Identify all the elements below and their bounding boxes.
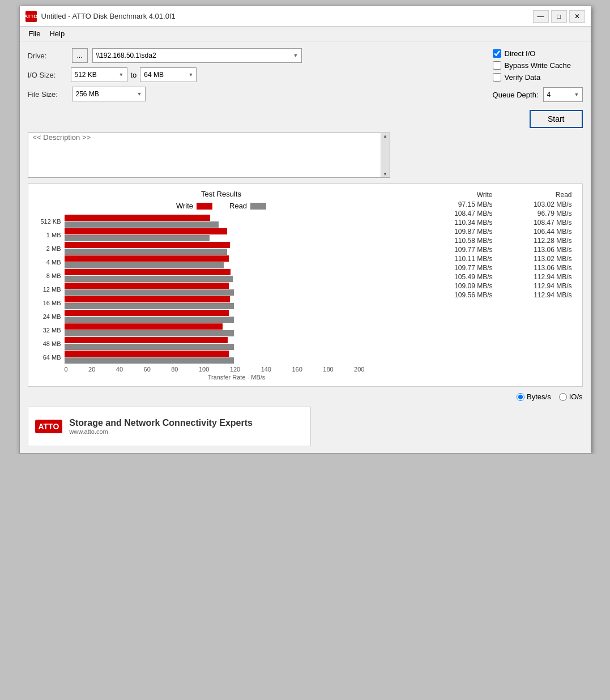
legend-write: Write <box>176 202 212 210</box>
io-size-to-wrapper: 64 MB <box>140 67 197 82</box>
title-bar-buttons: — □ ✕ <box>533 10 585 23</box>
scroll-up-arrow[interactable]: ▲ <box>383 134 387 139</box>
read-value: 112.94 MB/s <box>497 281 577 291</box>
bypass-write-cache-checkbox[interactable] <box>493 61 501 70</box>
drive-select-wrapper: \\192.168.50.1\sda2 <box>92 48 302 63</box>
write-legend-label: Write <box>176 202 193 210</box>
file-size-label: File Size: <box>28 90 67 99</box>
description-scrollbar[interactable]: ▲ ▼ <box>381 133 390 177</box>
bar-row-label: 4 MB <box>34 259 61 266</box>
bar-pair <box>65 337 409 350</box>
file-size-select[interactable]: 256 MB <box>72 87 146 101</box>
read-bar <box>65 262 224 268</box>
results-table: Write Read 97.15 MB/s103.02 MB/s108.47 M… <box>418 190 577 381</box>
write-bar <box>65 255 229 262</box>
write-bar <box>65 242 231 248</box>
read-bar <box>65 249 227 255</box>
write-value: 110.11 MB/s <box>418 254 497 263</box>
io-size-from-select[interactable]: 512 KB <box>71 67 127 82</box>
results-data-table: Write Read 97.15 MB/s103.02 MB/s108.47 M… <box>418 190 577 300</box>
bar-row: 2 MB <box>34 242 409 255</box>
queue-depth-row: Queue Depth: 4 <box>493 87 583 102</box>
read-value: 106.44 MB/s <box>497 227 577 236</box>
queue-depth-wrapper: 4 <box>543 87 583 102</box>
read-value: 112.94 MB/s <box>497 272 577 281</box>
write-bar <box>65 215 211 221</box>
bar-row-label: 8 MB <box>34 272 61 279</box>
direct-io-checkbox[interactable] <box>493 49 501 58</box>
x-axis-tick: 80 <box>171 366 178 373</box>
read-value: 112.28 MB/s <box>497 236 577 245</box>
col-write-header: Write <box>418 190 497 200</box>
bar-pair <box>65 283 409 296</box>
table-row: 109.56 MB/s112.94 MB/s <box>418 291 577 300</box>
browse-button[interactable]: ... <box>72 48 88 63</box>
io-size-from-wrapper: 512 KB <box>71 67 127 82</box>
io-per-s-input[interactable] <box>559 393 567 401</box>
scroll-down-arrow[interactable]: ▼ <box>383 172 387 177</box>
write-bar <box>65 283 229 289</box>
read-bar <box>65 317 234 323</box>
io-size-to-select[interactable]: 64 MB <box>140 67 197 82</box>
read-bar <box>65 303 234 309</box>
results-tbody: 97.15 MB/s103.02 MB/s108.47 MB/s96.79 MB… <box>418 200 577 300</box>
bar-chart: 512 KB1 MB2 MB4 MB8 MB12 MB16 MB24 MB32 … <box>34 215 409 364</box>
write-value: 110.34 MB/s <box>418 218 497 227</box>
window-title: Untitled - ATTO Disk Benchmark 4.01.0f1 <box>41 12 176 20</box>
chart-results-section: Test Results Write Read 512 KB1 MB2 MB4 … <box>28 183 583 387</box>
write-value: 97.15 MB/s <box>418 200 497 209</box>
banner-sub-text: www.atto.com <box>69 428 253 435</box>
x-axis-tick: 120 <box>230 366 240 373</box>
read-bar <box>65 357 234 364</box>
bar-row-label: 2 MB <box>34 245 61 252</box>
read-value: 113.06 MB/s <box>497 263 577 272</box>
menu-bar: File Help <box>20 27 591 41</box>
read-value: 96.79 MB/s <box>497 209 577 218</box>
maximize-button[interactable]: □ <box>551 10 567 23</box>
bar-row: 24 MB <box>34 310 409 323</box>
table-row: 105.49 MB/s112.94 MB/s <box>418 272 577 281</box>
write-bar <box>65 337 228 343</box>
menu-help[interactable]: Help <box>45 28 69 40</box>
read-value: 108.47 MB/s <box>497 218 577 227</box>
read-value: 112.94 MB/s <box>497 291 577 300</box>
bar-pair <box>65 215 409 228</box>
x-axis: 020406080100120140160180200 <box>65 366 365 373</box>
write-value: 109.77 MB/s <box>418 263 497 272</box>
x-axis-tick: 20 <box>88 366 95 373</box>
bar-pair <box>65 310 409 323</box>
drive-select[interactable]: \\192.168.50.1\sda2 <box>92 48 302 63</box>
table-row: 109.87 MB/s106.44 MB/s <box>418 227 577 236</box>
queue-depth-label: Queue Depth: <box>493 91 539 99</box>
bar-pair <box>65 228 409 241</box>
bypass-write-cache-row: Bypass Write Cache <box>493 61 583 70</box>
start-button[interactable]: Start <box>530 110 583 128</box>
table-row: 97.15 MB/s103.02 MB/s <box>418 200 577 209</box>
read-bar <box>65 289 234 296</box>
chart-area: Test Results Write Read 512 KB1 MB2 MB4 … <box>34 190 409 381</box>
x-axis-tick: 140 <box>261 366 271 373</box>
bytes-per-s-input[interactable] <box>517 393 524 401</box>
bar-pair <box>65 323 409 336</box>
verify-data-checkbox[interactable] <box>493 73 501 82</box>
io-size-row: I/O Size: 512 KB to 64 MB <box>28 67 302 82</box>
bar-row: 1 MB <box>34 228 409 241</box>
verify-data-row: Verify Data <box>493 73 583 82</box>
drive-label: Drive: <box>28 52 67 60</box>
write-bar <box>65 228 227 234</box>
bar-row: 32 MB <box>34 323 409 336</box>
read-bar <box>65 235 210 241</box>
x-axis-tick: 60 <box>144 366 151 373</box>
write-value: 109.77 MB/s <box>418 245 497 254</box>
x-axis-tick: 200 <box>354 366 364 373</box>
write-value: 109.56 MB/s <box>418 291 497 300</box>
minimize-button[interactable]: — <box>533 10 549 23</box>
queue-depth-select[interactable]: 4 <box>543 87 583 102</box>
io-per-s-radio: IO/s <box>559 392 583 401</box>
direct-io-row: Direct I/O <box>493 49 583 58</box>
read-bar <box>65 221 219 228</box>
table-row: 110.34 MB/s108.47 MB/s <box>418 218 577 227</box>
menu-file[interactable]: File <box>24 28 45 40</box>
file-size-row: File Size: 256 MB <box>28 87 302 101</box>
close-button[interactable]: ✕ <box>569 10 585 23</box>
